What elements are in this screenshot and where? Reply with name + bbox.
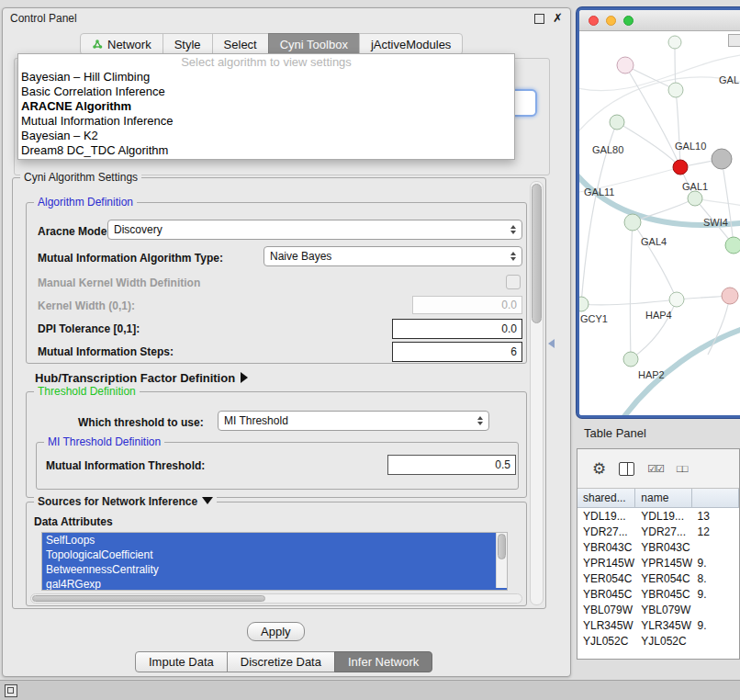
node-gcy1[interactable] [579,297,589,311]
popup-item[interactable]: Bayesian – Hill Climbing [18,70,514,85]
tab-jactivemodules[interactable]: jActiveModules [359,33,463,55]
popup-item[interactable]: Bayesian – K2 [18,129,514,143]
combo-arrows-icon [510,252,516,261]
cell: YLR345W [635,617,691,633]
window-minimize-button[interactable] [606,16,616,26]
column-header[interactable]: name [635,489,691,507]
node-gal80[interactable] [610,115,624,130]
node-label: HAP2 [638,369,665,380]
group-title: MI Threshold Definition [44,435,164,448]
node[interactable] [668,36,681,49]
column-header[interactable]: shared... [577,489,635,507]
table-row[interactable]: YDL19... YDL19... 13 [577,508,739,524]
list-scrollbar-track[interactable] [496,533,507,588]
tab-style[interactable]: Style [163,33,213,55]
table-row[interactable]: YJL052C YJL052C [577,633,739,649]
tab-label: Select [224,38,257,51]
table-header-row: shared... name [577,489,739,508]
mi-threshold-field[interactable] [387,455,516,475]
tab-label: Cyni Toolbox [280,38,348,51]
close-icon[interactable]: ✗ [553,13,563,24]
list-item[interactable]: SelfLoops [42,533,507,548]
group-title: Algorithm Definition [34,196,137,209]
popup-item-selected[interactable]: ARACNE Algorithm [18,99,514,114]
sources-hscrollbar-thumb[interactable] [32,595,265,602]
popup-item[interactable]: Dream8 DC_TDC Algorithm [18,143,514,158]
columns-icon[interactable] [619,462,634,476]
window-title: Control Panel [10,12,77,25]
list-item[interactable]: gal4RGexp [42,577,507,591]
list-scrollbar-thumb[interactable] [498,534,506,559]
panel-collapse-handle[interactable] [547,336,555,351]
deselect-all-icon[interactable]: □□ [677,463,687,474]
cell: 9. [692,555,739,570]
restore-window-icon[interactable] [5,684,17,697]
sources-title: Sources for Network Inference [38,495,197,508]
network-canvas[interactable]: GAL80 GAL10 GAL11 GAL1 SWI4 GAL4 GCY1 HA… [579,31,740,416]
table-row[interactable]: YER054C YER054C 8. [577,570,739,586]
node-hap4[interactable] [669,292,684,307]
control-panel-window: Control Panel ✗ Network Style Select Cyn… [2,7,571,677]
node-gal4[interactable] [624,214,641,231]
combo-value: MI Threshold [224,414,474,427]
aracne-mode-select[interactable]: Discovery [107,220,522,240]
tab-impute-data[interactable]: Impute Data [135,651,228,672]
sources-group: Sources for Network Inference Data Attri… [26,502,527,606]
table-row[interactable]: YBL079W YBL079W [577,602,739,617]
dpi-tolerance-field[interactable] [392,319,522,339]
algorithm-definition-group: Algorithm Definition Aracne Mode: Discov… [26,202,527,364]
cell [692,602,739,617]
window-close-button[interactable] [589,16,599,26]
mi-steps-field[interactable] [392,342,522,362]
tab-cyni-toolbox[interactable]: Cyni Toolbox [268,33,360,55]
group-title: Threshold Definition [34,385,140,398]
combo-value: Discovery [114,223,507,236]
network-view-window: GAL80 GAL10 GAL11 GAL1 SWI4 GAL4 GCY1 HA… [577,7,740,418]
apply-button[interactable]: Apply [247,622,305,641]
node-hap2[interactable] [623,352,638,367]
gear-icon[interactable]: ⚙ [592,461,606,477]
node-table: shared... name YDL19... YDL19... 13 YDR2… [577,488,739,659]
float-window-icon[interactable] [534,14,544,24]
node-label: SWI4 [703,217,728,228]
node-gray[interactable] [712,149,732,169]
tab-infer-network[interactable]: Infer Network [334,651,432,672]
node-gal10-selected[interactable] [673,160,688,175]
which-threshold-select[interactable]: MI Threshold [218,411,489,431]
table-row[interactable]: YLR345W YLR345W 9. [577,617,739,633]
settings-scrollbar-track[interactable] [530,181,544,605]
node[interactable] [617,57,633,73]
cell: 12 [692,524,739,539]
tab-select[interactable]: Select [212,33,269,55]
table-row[interactable]: YDR27... YDR27... 12 [577,524,739,539]
list-item[interactable]: BetweennessCentrality [42,562,507,577]
column-header[interactable] [692,489,739,507]
tab-network[interactable]: Network [80,33,163,55]
aracne-mode-label: Aracne Mode: [38,225,110,238]
table-row[interactable]: YBR043C YBR043C [577,539,739,555]
hub-definition-label: Hub/Transcription Factor Definition [35,371,235,385]
dpi-tolerance-label: DPI Tolerance [0,1]: [38,322,140,335]
mi-type-select[interactable]: Naive Bayes [263,246,522,266]
sources-hscrollbar-track[interactable] [30,593,522,604]
popup-item[interactable]: Basic Correlation Inference [18,85,514,99]
node-pink[interactable] [722,288,738,304]
algorithm-dropdown-popup: Select algorithm to view settings Bayesi… [17,53,515,160]
tab-discretize-data[interactable]: Discretize Data [227,651,335,672]
select-all-icon[interactable]: ☑☑ [647,463,664,475]
table-row[interactable]: YPR145W YPR145W 9. [577,555,739,570]
settings-scrollbar-thumb[interactable] [532,184,542,323]
window-zoom-button[interactable] [623,16,633,26]
hub-definition-header[interactable]: Hub/Transcription Factor Definition [35,371,248,385]
cell: YDR27... [577,524,635,539]
node-gal1[interactable] [688,191,702,206]
table-row[interactable]: YBR045C YBR045C 9. [577,586,739,602]
popup-item[interactable]: Mutual Information Inference [18,114,514,129]
combo-arrows-icon [510,225,516,234]
list-item[interactable]: TopologicalCoefficient [42,548,507,562]
cell: YBR043C [635,539,691,555]
sources-header[interactable]: Sources for Network Inference [34,495,217,508]
node[interactable] [668,83,683,97]
node[interactable] [725,237,740,254]
network-scroll-corner[interactable] [728,34,740,47]
